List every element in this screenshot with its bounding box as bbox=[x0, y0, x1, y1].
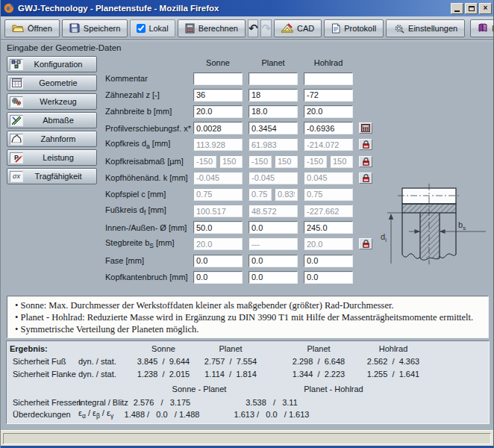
kopfkantenbruch-planet-input[interactable] bbox=[248, 271, 298, 284]
results-header-planet2: Planet bbox=[293, 344, 345, 353]
sidebar-item-konfiguration[interactable]: Konfiguration bbox=[7, 56, 97, 72]
scuffing-safety-value: 3.538 / 3.11 bbox=[227, 398, 316, 407]
calculator-icon bbox=[361, 124, 370, 132]
power-icon: P bbox=[10, 152, 23, 164]
kommentar-hohlrad-input[interactable] bbox=[304, 72, 353, 85]
kopfkreisabmass-hohlrad-min bbox=[304, 155, 327, 168]
help-button[interactable]: Hilfe bbox=[470, 19, 494, 37]
undo-button[interactable]: ↶ bbox=[248, 19, 259, 37]
sidebar-item-werkzeug[interactable]: Werkzeug bbox=[7, 93, 97, 110]
innen-aussen-planet-input[interactable] bbox=[248, 221, 298, 234]
title-bar: GWJ-Technology - Planetenstufe - Mozilla… bbox=[1, 0, 494, 16]
tolerances-icon bbox=[10, 115, 23, 126]
sidebar-item-label: Werkzeug bbox=[23, 97, 96, 106]
undo-icon: ↶ bbox=[248, 22, 258, 35]
zahnbreite-sonne-input[interactable] bbox=[193, 105, 243, 118]
sidebar-item-leistung[interactable]: P Leistung bbox=[7, 149, 97, 166]
local-label: Lokal bbox=[148, 24, 168, 33]
flank-safety-value: 1.114 / 1.814 bbox=[197, 370, 264, 379]
cad-button[interactable]: CAD bbox=[274, 19, 322, 37]
profilverschiebung-hohlrad-input[interactable] bbox=[304, 122, 353, 134]
sidebar-item-tragfaehigkeit[interactable]: σx Tragfähigkeit bbox=[7, 168, 97, 184]
gear-icon bbox=[393, 23, 404, 34]
local-toggle[interactable]: Lokal bbox=[130, 19, 175, 37]
kopfkreis-label: Kopfkreis da [mm] bbox=[105, 139, 193, 150]
stegbreite-hohlrad-value bbox=[304, 237, 353, 250]
overlap-value: 1.613 / 0.0 / 1.613 bbox=[227, 410, 316, 419]
zaehnezahl-sonne-input[interactable] bbox=[193, 89, 243, 102]
status-strip bbox=[1, 430, 494, 446]
redo-button[interactable]: ↷ bbox=[260, 19, 272, 37]
stegbreite-lock-button[interactable] bbox=[359, 238, 372, 249]
sidebar-item-label: Abmaße bbox=[23, 116, 96, 125]
minimize-button[interactable] bbox=[451, 3, 463, 14]
help-book-icon bbox=[478, 23, 488, 33]
sidebar-item-zahnform[interactable]: Zahnform bbox=[7, 131, 97, 147]
kopfhoehenaend-hohlrad-value bbox=[304, 172, 353, 184]
notes-panel: • Sonne: Max. Durchmesser der Werkstoffd… bbox=[7, 296, 489, 338]
svg-text:di: di bbox=[381, 232, 387, 243]
kopfhoehenaend-lock-button[interactable] bbox=[359, 172, 372, 184]
note-item: • Planet - Hohlrad: Reduzierte Masse wir… bbox=[15, 311, 481, 323]
cad-drawing-icon bbox=[281, 23, 293, 33]
sidebar-item-abmasse[interactable]: Abmaße bbox=[7, 112, 97, 128]
column-header-planet: Planet bbox=[248, 58, 298, 67]
sidebar-item-geometrie[interactable]: Geometrie bbox=[7, 75, 97, 91]
fase-hohlrad-input[interactable] bbox=[304, 255, 353, 267]
foot-safety-value: 3.845 / 9.644 bbox=[130, 357, 197, 366]
profilverschiebung-label: Profilverschiebungsf. x* [-] bbox=[105, 124, 193, 133]
kopfspiel-planet-value1 bbox=[248, 188, 272, 201]
kopfkreisabmass-sonne-max bbox=[219, 155, 243, 168]
save-button[interactable]: Speichern bbox=[62, 19, 128, 37]
flank-safety-sub: dyn. / stat. bbox=[78, 370, 116, 379]
results-title: Ergebnis: bbox=[10, 344, 48, 353]
kopfkreisabmass-lock-button[interactable] bbox=[359, 156, 372, 167]
kopfkreis-lock-button[interactable] bbox=[359, 139, 372, 150]
kopfkantenbruch-label: Kopfkantenbruch [mm] bbox=[105, 273, 193, 281]
local-checkbox[interactable] bbox=[137, 24, 146, 33]
profilverschiebung-calc-button[interactable] bbox=[359, 122, 372, 134]
open-button[interactable]: Öffnen bbox=[4, 19, 60, 37]
kopfspiel-hohlrad-value bbox=[304, 188, 353, 201]
protocol-label: Protokoll bbox=[344, 24, 376, 33]
minimize-icon bbox=[454, 10, 460, 12]
sidebar-item-label: Konfiguration bbox=[23, 60, 96, 69]
calculate-button[interactable]: Berechnen bbox=[178, 19, 246, 37]
kommentar-sonne-input[interactable] bbox=[193, 72, 243, 85]
protocol-button[interactable]: Protokoll bbox=[324, 19, 384, 37]
kopfspiel-sonne-value bbox=[193, 188, 243, 201]
kopfkantenbruch-sonne-input[interactable] bbox=[193, 271, 243, 284]
maximize-button[interactable] bbox=[465, 3, 478, 14]
kopfkantenbruch-hohlrad-input[interactable] bbox=[304, 271, 353, 284]
lock-icon bbox=[362, 140, 370, 149]
scuffing-safety-label: Sicherheit Fressen bbox=[13, 398, 81, 407]
kopfkreisabmass-planet-min bbox=[248, 155, 272, 168]
fusskreis-sonne-value bbox=[193, 205, 243, 217]
lock-icon bbox=[362, 240, 370, 248]
window-title: GWJ-Technology - Planetenstufe - Mozilla… bbox=[18, 4, 449, 13]
tooth-form-icon bbox=[10, 134, 23, 145]
fase-planet-input[interactable] bbox=[248, 255, 298, 267]
close-button[interactable]: × bbox=[479, 3, 492, 14]
profilverschiebung-planet-input[interactable] bbox=[248, 122, 298, 134]
kommentar-planet-input[interactable] bbox=[248, 72, 298, 85]
results-header-planet1: Planet bbox=[204, 344, 257, 353]
zaehnezahl-planet-input[interactable] bbox=[248, 89, 298, 102]
innen-aussen-sonne-input[interactable] bbox=[193, 221, 243, 234]
document-icon bbox=[331, 23, 340, 34]
fase-sonne-input[interactable] bbox=[193, 255, 243, 267]
kopfkreis-hohlrad-value bbox=[304, 138, 353, 151]
geometry-grid-icon bbox=[10, 78, 23, 89]
innen-aussen-hohlrad-input[interactable] bbox=[304, 221, 353, 234]
scuffing-safety-value: 2.576 / 3.175 bbox=[117, 398, 207, 407]
zaehnezahl-hohlrad-input[interactable] bbox=[304, 89, 353, 102]
foot-safety-value: 2.562 / 4.363 bbox=[360, 357, 427, 366]
zahnbreite-planet-input[interactable] bbox=[248, 105, 298, 118]
firefox-icon bbox=[4, 3, 14, 13]
save-label: Speichern bbox=[84, 24, 121, 33]
zahnbreite-hohlrad-input[interactable] bbox=[304, 105, 353, 118]
settings-button[interactable]: Einstellungen bbox=[386, 19, 465, 37]
foot-safety-label: Sicherheit Fuß bbox=[13, 357, 66, 366]
profilverschiebung-sonne-input[interactable] bbox=[193, 122, 243, 134]
kopfkreis-sonne-value bbox=[193, 138, 243, 151]
